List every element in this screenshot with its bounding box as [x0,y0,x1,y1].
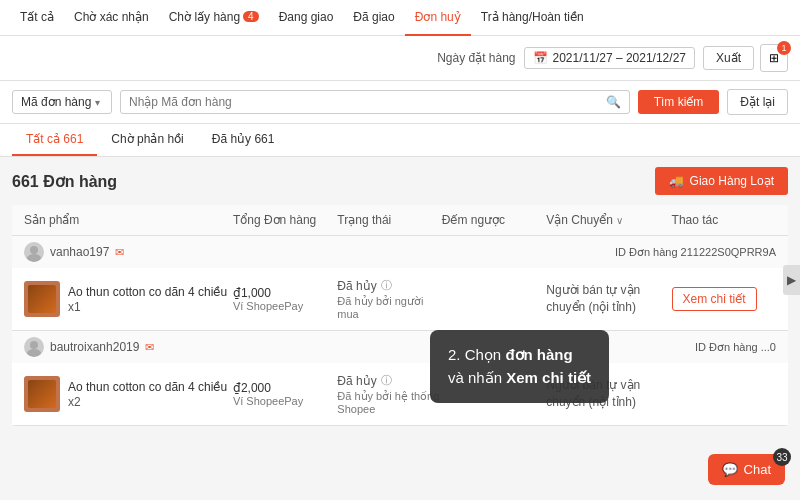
truck-icon: 🚚 [669,174,684,188]
sub-tab-waiting[interactable]: Chờ phản hồi [97,124,197,156]
seller-name-2: bautroixanh2019 [50,340,139,354]
order-group-1: vanhao197 ✉ ID Đơn hàng 211222S0QPRR9A A… [12,236,788,331]
pickup-badge: 4 [243,11,259,22]
product-image-1 [24,281,60,317]
status-info-icon-2[interactable]: ⓘ [381,373,392,388]
price-cell-1: ₫1,000 Ví ShopeePay [233,286,337,312]
product-info-2: Ao thun cotton co dãn 4 chiều x2 [24,376,233,412]
chevron-down-icon: ▾ [95,97,100,108]
nav-item-delivered[interactable]: Đã giao [343,0,404,36]
tooltip-overlay: 2. Chọn đơn hàng và nhấn Xem chi tiết [430,330,609,403]
search-input-wrap: 🔍 [120,90,630,114]
order-count-header: 661 Đơn hàng 🚚 Giao Hàng Loạt [12,167,788,195]
tooltip-highlight-2: Xem chi tiết [506,369,591,386]
search-icon: 🔍 [606,95,621,109]
status-cell-2: Đã hủy ⓘ Đã hủy bởi hệ thống Shopee [337,373,441,415]
product-image-2 [24,376,60,412]
product-row-2: Ao thun cotton co dãn 4 chiều x2 ₫2,000 … [12,363,788,425]
calendar-icon: 📅 [533,51,548,65]
avatar-2 [24,337,44,357]
chevron-right-icon: ▶ [787,273,796,287]
shipping-sort-icon[interactable]: ∨ [616,215,623,226]
seller-row-1: vanhao197 ✉ ID Đơn hàng 211222S0QPRR9A [12,236,788,268]
status-info-icon-1[interactable]: ⓘ [381,278,392,293]
seller-name-1: vanhao197 [50,245,109,259]
tooltip-text-1: 2. Chọn [448,346,505,363]
product-info-1: Ao thun cotton co dãn 4 chiều x1 [24,281,233,317]
col-countdown: Đếm ngược [442,213,546,227]
order-count-title: 661 Đơn hàng [12,172,117,191]
nav-item-waiting-pickup[interactable]: Chờ lấy hàng 4 [159,0,269,36]
tooltip-highlight-1: đơn hàng [505,346,572,363]
ship-cell-1: Người bán tự vận chuyển (nội tỉnh) [546,282,671,316]
svg-point-0 [30,246,38,254]
seller-row-2: bautroixanh2019 ✉ ID Đơn hàng ...0 [12,331,788,363]
col-action: Thao tác [672,213,776,227]
order-type-select[interactable]: Mã đơn hàng ▾ [12,90,112,114]
content-area: 661 Đơn hàng 🚚 Giao Hàng Loạt Sản phẩm T… [0,157,800,436]
sub-tab-all[interactable]: Tất cả 661 [12,124,97,156]
date-range-value: 2021/11/27 – 2021/12/27 [553,51,686,65]
chat-badge: 33 [773,448,791,466]
status-cell-1: Đã hủy ⓘ Đã hủy bởi người mua [337,278,441,320]
chat-label: Chat [744,462,771,477]
nav-item-delivering[interactable]: Đang giao [269,0,344,36]
date-label: Ngày đặt hàng [437,51,515,65]
nav-item-cancelled[interactable]: Đơn huỷ [405,0,471,36]
price-cell-2: ₫2,000 Ví ShopeePay [233,381,337,407]
order-group-2: bautroixanh2019 ✉ ID Đơn hàng ...0 Ao th… [12,331,788,426]
payment-method-2: Ví ShopeePay [233,395,337,407]
tooltip-text-2: và nhấn [448,369,506,386]
date-range-picker[interactable]: 📅 2021/11/27 – 2021/12/27 [524,47,695,69]
seller-info-1: vanhao197 ✉ [24,242,124,262]
seller-message-icon-2[interactable]: ✉ [145,341,154,354]
table-header: Sản phẩm Tổng Đơn hàng Trạng thái Đếm ng… [12,205,788,236]
product-name-2: Ao thun cotton co dãn 4 chiều [68,379,227,396]
product-name-1: Ao thun cotton co dãn 4 chiều [68,284,227,301]
col-total: Tổng Đơn hàng [233,213,337,227]
search-input[interactable] [129,95,600,109]
svg-point-2 [30,341,38,349]
search-button[interactable]: Tìm kiếm [638,90,720,114]
select-label: Mã đơn hàng [21,95,91,109]
price-value-2: ₫2,000 [233,381,337,395]
view-detail-button-1[interactable]: Xem chi tiết [672,287,757,311]
price-value-1: ₫1,000 [233,286,337,300]
col-product: Sản phẩm [24,213,233,227]
sub-tabs: Tất cả 661 Chờ phản hồi Đã hủy 661 [0,124,800,157]
settings-icon-btn[interactable]: ⊞ 1 [760,44,788,72]
toolbar: Ngày đặt hàng 📅 2021/11/27 – 2021/12/27 … [0,36,800,81]
seller-message-icon-1[interactable]: ✉ [115,246,124,259]
status-text-2: Đã hủy [337,374,376,388]
nav-item-all[interactable]: Tất cả [10,0,64,36]
notif-badge: 1 [777,41,791,55]
search-bar: Mã đơn hàng ▾ 🔍 Tìm kiếm Đặt lại [0,81,800,124]
export-button[interactable]: Xuất [703,46,754,70]
chat-icon: 💬 [722,462,738,477]
product-row-1: Ao thun cotton co dãn 4 chiều x1 ₫1,000 … [12,268,788,330]
bulk-ship-button[interactable]: 🚚 Giao Hàng Loạt [655,167,788,195]
action-cell-1: Xem chi tiết [672,287,776,311]
reset-button[interactable]: Đặt lại [727,89,788,115]
sub-tab-cancelled[interactable]: Đã hủy 661 [198,124,289,156]
nav-item-return[interactable]: Trả hàng/Hoàn tiền [471,0,594,36]
status-text-1: Đã hủy [337,279,376,293]
scroll-right-button[interactable]: ▶ [783,265,800,295]
avatar-1 [24,242,44,262]
seller-info-2: bautroixanh2019 ✉ [24,337,154,357]
product-qty-2: x2 [68,395,227,409]
order-id-1: ID Đơn hàng 211222S0QPRR9A [615,246,776,259]
payment-method-1: Ví ShopeePay [233,300,337,312]
nav-item-waiting-confirm[interactable]: Chờ xác nhận [64,0,159,36]
status-sub-1: Đã hủy bởi người mua [337,295,441,320]
grid-icon: ⊞ [769,51,779,65]
col-status: Trạng thái [337,213,441,227]
top-nav: Tất cả Chờ xác nhận Chờ lấy hàng 4 Đang … [0,0,800,36]
chat-button[interactable]: 💬 Chat 33 [708,454,785,485]
col-shipping: Vận Chuyển ∨ [546,213,671,227]
svg-point-1 [27,254,41,262]
product-qty-1: x1 [68,300,227,314]
svg-point-3 [27,349,41,357]
order-id-2: ID Đơn hàng ...0 [695,341,776,354]
order-table: Sản phẩm Tổng Đơn hàng Trạng thái Đếm ng… [12,205,788,426]
